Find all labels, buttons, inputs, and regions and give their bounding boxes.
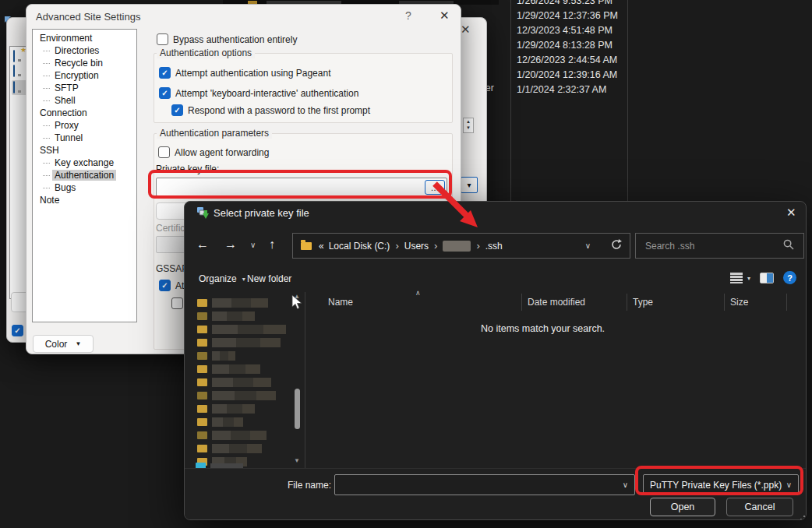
column-header-date-modified[interactable]: Date modified bbox=[521, 294, 627, 311]
checkbox-unchecked-icon[interactable] bbox=[157, 33, 168, 45]
tree-item-encryption[interactable]: Encryption bbox=[33, 69, 136, 82]
search-box[interactable]: Search .ssh bbox=[635, 233, 804, 259]
checkbox-checked-icon[interactable]: ✓ bbox=[159, 67, 171, 79]
site-item-new[interactable]: ★ bbox=[13, 51, 15, 62]
help-button[interactable]: ? bbox=[405, 9, 411, 22]
tree-item-directories[interactable]: Directories bbox=[33, 44, 136, 57]
browse-button[interactable]: … bbox=[425, 180, 445, 195]
tree-guide bbox=[43, 163, 50, 164]
tree-item-authentication[interactable]: Authentication bbox=[33, 169, 136, 181]
sidebar-redacted-item[interactable] bbox=[197, 428, 291, 442]
breadcrumb-item-local-disk-c[interactable]: Local Disk (C:) bbox=[329, 241, 390, 252]
sidebar-redacted-item[interactable] bbox=[197, 375, 291, 389]
tree-item-shell[interactable]: Shell bbox=[33, 94, 136, 107]
checkbox-checked-icon[interactable]: ✓ bbox=[159, 280, 171, 291]
navigation-pane[interactable] bbox=[197, 296, 291, 481]
dialog-title: Select private key file bbox=[214, 207, 309, 219]
close-icon[interactable]: ✕ bbox=[786, 206, 796, 220]
sidebar-redacted-item[interactable] bbox=[197, 389, 291, 402]
group-label: Authentication parameters bbox=[157, 128, 272, 139]
sidebar-redacted-item[interactable] bbox=[197, 336, 291, 349]
sidebar-redacted-item[interactable] bbox=[197, 415, 291, 428]
tree-item-environment[interactable]: Environment bbox=[33, 32, 136, 44]
column-header-name[interactable]: Name bbox=[306, 294, 521, 311]
checkbox-respond-with-a-password-to-the-first-prompt[interactable]: ✓Respond with a password to the first pr… bbox=[171, 104, 370, 116]
scroll-down-icon[interactable]: ▼ bbox=[294, 457, 300, 464]
cancel-button[interactable]: Cancel bbox=[726, 498, 793, 516]
organize-button[interactable]: Organize ▾ bbox=[199, 273, 245, 284]
tree-item-key-exchange[interactable]: Key exchange bbox=[33, 157, 136, 169]
sidebar-redacted-item[interactable] bbox=[197, 442, 291, 455]
resize-grip[interactable] bbox=[797, 509, 805, 517]
tree-item-ssh[interactable]: SSH bbox=[33, 144, 136, 157]
view-caret-icon[interactable]: ▾ bbox=[747, 275, 750, 282]
tree-item-recycle-bin[interactable]: Recycle bin bbox=[33, 57, 136, 69]
up-icon[interactable]: ↑ bbox=[269, 238, 275, 251]
back-icon[interactable]: ← bbox=[196, 238, 209, 251]
open-button[interactable]: Open bbox=[650, 498, 715, 516]
spinner-down-icon[interactable]: ▼ bbox=[466, 125, 471, 132]
breadcrumb-redacted-segment[interactable] bbox=[443, 241, 471, 252]
tree-guide bbox=[43, 51, 50, 51]
login-split-dropdown[interactable]: ▾ bbox=[461, 177, 478, 193]
checkbox-unchecked-icon[interactable] bbox=[158, 146, 170, 158]
checkbox-checked-icon[interactable]: ✓ bbox=[159, 87, 171, 99]
chevron-down-icon[interactable]: ∨ bbox=[623, 480, 628, 489]
close-icon[interactable]: ✕ bbox=[461, 23, 471, 37]
redacted-label bbox=[212, 351, 235, 361]
checkbox-bypass-authentication[interactable]: Bypass authentication entirely bbox=[157, 33, 297, 45]
forward-icon[interactable]: → bbox=[224, 238, 237, 251]
timestamp-cell: 1/1/2024 2:32:37 AM bbox=[517, 83, 618, 97]
column-header-type[interactable]: Type bbox=[627, 294, 724, 311]
checkbox-checked-icon[interactable]: ✓ bbox=[171, 104, 183, 116]
sidebar-redacted-item[interactable] bbox=[197, 402, 291, 415]
sidebar-redacted-item[interactable] bbox=[197, 309, 291, 322]
address-bar[interactable]: « Local Disk (C:)›Users››.ssh ∨ bbox=[292, 233, 630, 259]
port-spinner[interactable]: ▲▼ bbox=[463, 118, 474, 133]
file-type-dropdown[interactable]: PuTTY Private Key Files (*.ppk) ∨ bbox=[643, 474, 799, 495]
file-name-input[interactable]: ∨ bbox=[334, 474, 635, 495]
sidebar-redacted-item[interactable] bbox=[197, 296, 291, 309]
color-button[interactable]: Color ▼ bbox=[33, 335, 94, 353]
help-glyph: ? bbox=[787, 273, 793, 283]
tree-item-tunnel[interactable]: Tunnel bbox=[33, 132, 136, 144]
tree-item-sftp[interactable]: SFTP bbox=[33, 82, 136, 94]
timestamp-cell: 1/20/2024 12:39:16 AM bbox=[517, 68, 618, 83]
breadcrumb-overflow[interactable]: « bbox=[312, 241, 329, 252]
tree-item-proxy[interactable]: Proxy bbox=[33, 119, 136, 132]
tree-item-bugs[interactable]: Bugs bbox=[33, 181, 136, 194]
search-icon[interactable] bbox=[783, 239, 794, 252]
sidebar-redacted-item[interactable] bbox=[197, 349, 291, 362]
spinner-up-icon[interactable]: ▲ bbox=[466, 119, 471, 125]
group-label: Authentication options bbox=[157, 48, 255, 58]
history-chevron-icon[interactable]: ∨ bbox=[250, 241, 256, 249]
breadcrumb-item-users[interactable]: Users bbox=[404, 241, 429, 252]
checkbox-attempt-authentication-using-pageant[interactable]: ✓Attempt authentication using Pageant bbox=[159, 67, 330, 79]
details-view-icon[interactable] bbox=[730, 273, 743, 283]
checkbox-attempt-keyboard-interactive-authentication[interactable]: ✓Attempt 'keyboard-interactive' authenti… bbox=[159, 87, 358, 99]
tree-item-connection[interactable]: Connection bbox=[33, 107, 136, 119]
redacted-label bbox=[212, 312, 255, 321]
tree-item-note[interactable]: Note bbox=[33, 194, 136, 206]
site-item[interactable] bbox=[13, 65, 15, 76]
redacted-label bbox=[212, 338, 281, 347]
new-folder-button[interactable]: New folder bbox=[247, 273, 291, 284]
private-key-input[interactable] bbox=[156, 178, 447, 196]
help-icon[interactable]: ? bbox=[783, 271, 796, 284]
tree-guide bbox=[43, 138, 50, 139]
tree-item-label: Environment bbox=[37, 33, 94, 44]
breadcrumb-item-ssh[interactable]: .ssh bbox=[485, 241, 503, 252]
checkbox-checked-icon[interactable]: ✓ bbox=[12, 325, 23, 336]
preview-pane-icon[interactable] bbox=[760, 273, 774, 283]
checkbox-allow-agent-forwarding[interactable]: Allow agent forwarding bbox=[158, 146, 269, 158]
tree-guide bbox=[43, 125, 50, 126]
sidebar-redacted-item[interactable] bbox=[197, 322, 291, 336]
scrollbar-thumb[interactable] bbox=[295, 389, 300, 429]
sidebar-redacted-item[interactable] bbox=[197, 362, 291, 375]
tree-item-label: Encryption bbox=[52, 70, 101, 81]
column-header-size[interactable]: Size bbox=[724, 294, 786, 311]
close-icon[interactable]: ✕ bbox=[440, 9, 450, 23]
refresh-icon[interactable] bbox=[611, 239, 622, 252]
address-dropdown-icon[interactable]: ∨ bbox=[585, 241, 611, 250]
checkbox-unchecked-icon[interactable] bbox=[171, 297, 183, 309]
